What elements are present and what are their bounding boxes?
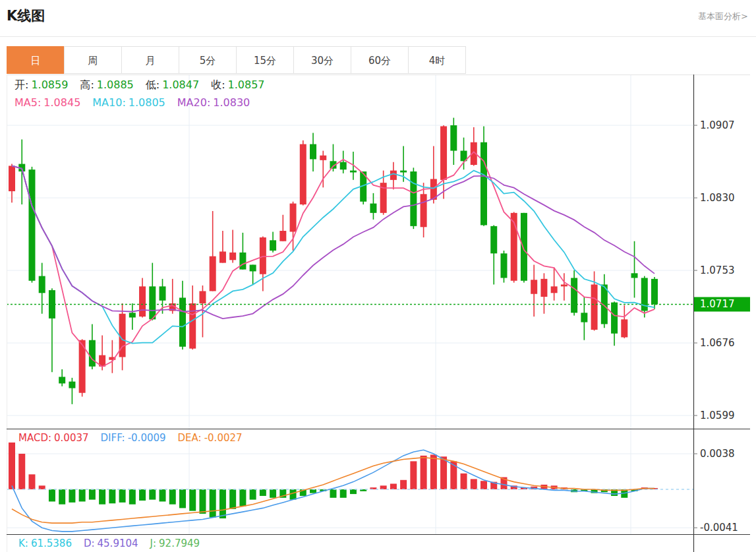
legend-item-close: 收:1.0857 [211, 78, 264, 92]
candle-body [219, 251, 226, 262]
macd-hist-bar [179, 489, 186, 508]
axis-tick-label: -0.0041 [700, 522, 738, 534]
candle-body [129, 313, 136, 317]
legend-item-high: 高:1.0885 [80, 78, 133, 92]
candle-body [450, 125, 457, 151]
candle-body [260, 237, 266, 274]
candle-body [300, 144, 306, 204]
macd-hist-bar [239, 489, 246, 506]
macd-hist-bar [330, 489, 337, 498]
macd-hist-bar [421, 456, 427, 489]
macd-hist-bar [350, 489, 357, 494]
candle-body [480, 142, 487, 226]
macd-hist-bar [109, 489, 115, 503]
candle-body [540, 279, 547, 297]
candle-body [340, 162, 347, 169]
macd-hist-bar [430, 454, 437, 489]
candle-body [551, 286, 558, 293]
legend-item-ma20: MA20:1.0830 [177, 96, 250, 109]
candle-body [370, 204, 376, 213]
macd-hist-bar [18, 454, 25, 489]
ma5-line [12, 152, 654, 367]
candle-body [199, 291, 206, 303]
macd-hist-bar [139, 489, 146, 501]
axis-tick-label: 1.0676 [700, 337, 735, 349]
macd-hist-bar [340, 489, 347, 498]
candle-body [350, 171, 357, 173]
candle-body [310, 144, 316, 160]
candle-body [290, 204, 297, 232]
candle-body [631, 273, 638, 278]
current-price-tag-label: 1.0717 [700, 298, 735, 310]
candle-body [561, 284, 567, 286]
legend-item-diff: DIFF:-0.0009 [101, 432, 166, 444]
candle-body [531, 280, 537, 293]
legend-kdj: K:61.5386D:45.9104J:92.7949 [18, 537, 212, 549]
candle-body [440, 126, 447, 179]
candle-body [210, 257, 216, 291]
candle-body [250, 264, 256, 271]
candle-body [149, 286, 156, 319]
ma10-line [12, 166, 654, 343]
macd-hist-bar [28, 474, 35, 489]
legend-item-ma10: MA10:1.0805 [92, 96, 165, 109]
ma20-line [12, 166, 654, 319]
candle-body [189, 303, 196, 349]
candle-body [28, 169, 35, 281]
legend-item-ma5: MA5:1.0845 [15, 96, 80, 109]
macd-hist-bar [410, 461, 417, 489]
candle-body [581, 313, 587, 322]
legend-ma: MA5:1.0845MA10:1.0805MA20:1.0830 [15, 96, 262, 109]
candle-body [410, 171, 417, 226]
macd-hist-bar [129, 489, 136, 505]
candle-body [621, 319, 627, 337]
macd-hist-bar [380, 485, 387, 489]
macd-hist-bar [440, 456, 447, 489]
macd-hist-bar [310, 489, 316, 493]
macd-hist-bar [390, 483, 397, 489]
candle-body [39, 276, 45, 293]
macd-hist-bar [290, 489, 297, 500]
macd-hist-bar [199, 489, 206, 514]
macd-hist-bar [119, 489, 126, 503]
axis-tick-label: 1.0599 [700, 410, 735, 421]
axis-tick-label: 1.0907 [700, 119, 735, 131]
macd-hist-bar [160, 489, 166, 501]
candle-body [59, 377, 65, 383]
candle-body [571, 278, 577, 313]
legend-item-open: 开:1.0859 [15, 78, 68, 92]
macd-hist-bar [471, 479, 477, 489]
candle-body [139, 286, 146, 317]
candle-body [591, 284, 598, 330]
axis-tick-label: 1.0753 [700, 264, 735, 276]
candle-body [179, 297, 186, 346]
macd-hist-bar [149, 489, 156, 500]
macd-hist-bar [400, 480, 407, 489]
macd-hist-bar [260, 489, 266, 496]
macd-hist-bar [461, 474, 467, 489]
macd-hist-bar [219, 489, 226, 518]
candle-body [270, 240, 276, 251]
legend-macd: MACD:0.0037DIFF:-0.0009DEA:-0.0027 [18, 432, 254, 444]
legend-ohlc: 开:1.0859高:1.0885低:1.0847收:1.0857 [15, 78, 277, 92]
macd-hist-bar [189, 489, 196, 511]
candle-body [229, 253, 236, 260]
candle-body [279, 231, 286, 241]
axis-tick-label: 0.0038 [700, 448, 735, 460]
candle-body [521, 213, 527, 281]
legend-item-k: K:61.5386 [18, 537, 72, 549]
macd-hist-bar [169, 489, 176, 505]
macd-hist-bar [79, 489, 86, 501]
macd-hist-bar [59, 489, 65, 505]
legend-item-dea: DEA:-0.0027 [178, 432, 243, 444]
candle-body [69, 382, 75, 388]
macd-hist-bar [99, 489, 105, 505]
candle-body [611, 303, 618, 334]
macd-hist-bar [89, 489, 96, 500]
candle-body [651, 279, 658, 305]
macd-hist-bar [229, 489, 236, 509]
macd-hist-bar [69, 489, 75, 503]
candle-body [500, 253, 507, 278]
legend-item-macd: MACD:0.0037 [18, 432, 89, 444]
candle-body [89, 340, 96, 367]
